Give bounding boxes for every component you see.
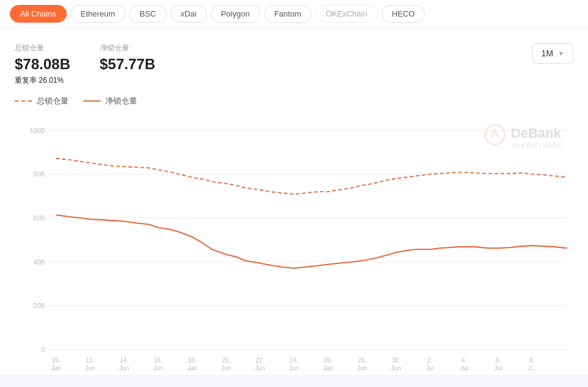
svg-text:Jul: Jul: [494, 365, 502, 372]
svg-text:6.: 6.: [496, 356, 500, 363]
svg-text:30.: 30.: [392, 356, 401, 363]
net-tvl-block: 净锁仓量 $57.77B: [100, 43, 156, 73]
main-content: 总锁仓量 $78.08B 重复率 26.01% 净锁仓量 $57.77B 1M …: [0, 28, 588, 375]
svg-text:40B: 40B: [33, 258, 45, 266]
tab-heco[interactable]: HECO: [382, 5, 426, 23]
legend-total-label: 总锁仓量: [37, 96, 69, 107]
svg-text:J...: J...: [528, 365, 536, 372]
tab-polygon[interactable]: Polygon: [211, 5, 260, 23]
time-dropdown[interactable]: 1M ▼: [532, 43, 573, 64]
total-tvl-block: 总锁仓量 $78.08B 重复率 26.01%: [15, 43, 70, 86]
chain-tabs-bar: All Chains Ethereum BSC xDai Polygon Fan…: [0, 0, 588, 28]
svg-text:60B: 60B: [33, 214, 45, 222]
chevron-down-icon: ▼: [558, 50, 564, 57]
svg-text:26.: 26.: [324, 356, 333, 363]
debank-logo-icon: [484, 124, 506, 150]
net-tvl-label: 净锁仓量: [100, 43, 156, 53]
svg-text:20B: 20B: [33, 302, 45, 309]
svg-text:18.: 18.: [188, 356, 197, 363]
net-tvl-value: $57.77B: [100, 56, 156, 73]
svg-text:16.: 16.: [154, 356, 162, 363]
legend-net-label: 净锁仓量: [105, 96, 137, 107]
svg-text:22.: 22.: [256, 356, 265, 363]
watermark-sub: Your DeFi Wallet: [511, 141, 561, 149]
tab-okexchain[interactable]: OKExChain: [315, 5, 378, 23]
svg-text:Jun: Jun: [323, 365, 333, 372]
svg-text:Jun: Jun: [255, 365, 265, 372]
svg-text:Jun: Jun: [85, 365, 95, 372]
svg-text:100B: 100B: [29, 127, 45, 134]
svg-text:24.: 24.: [290, 356, 298, 363]
svg-text:28.: 28.: [358, 356, 366, 363]
svg-text:Jun: Jun: [357, 365, 367, 372]
chart-svg: 100B 80B 60B 40B 20B 0 10. Jun 12. Jun 1…: [15, 111, 573, 375]
legend-dashed-line: [15, 100, 32, 102]
legend-net: 净锁仓量: [83, 96, 137, 107]
svg-text:Jun: Jun: [51, 365, 61, 372]
svg-text:4.: 4.: [461, 356, 466, 363]
svg-text:80B: 80B: [33, 170, 45, 178]
svg-text:Jul: Jul: [460, 365, 468, 372]
svg-text:2.: 2.: [428, 356, 432, 363]
tab-all-chains[interactable]: All Chains: [10, 5, 67, 23]
svg-text:Jun: Jun: [153, 365, 163, 372]
svg-text:Jun: Jun: [221, 365, 231, 372]
svg-text:10.: 10.: [52, 356, 61, 363]
stats-row: 总锁仓量 $78.08B 重复率 26.01% 净锁仓量 $57.77B 1M …: [15, 43, 573, 86]
repeat-rate: 重复率 26.01%: [15, 75, 70, 86]
svg-text:Jul: Jul: [426, 365, 434, 372]
tab-ethereum[interactable]: Ethereum: [70, 5, 126, 23]
legend-total: 总锁仓量: [15, 96, 69, 107]
tab-xdai[interactable]: xDai: [170, 5, 207, 23]
watermark: DeBank Your DeFi Wallet: [484, 124, 561, 150]
svg-text:20.: 20.: [222, 356, 230, 363]
tab-fantom[interactable]: Fantom: [264, 5, 312, 23]
svg-text:0: 0: [41, 346, 45, 353]
legend-solid-line: [83, 100, 100, 102]
time-selector[interactable]: 1M ▼: [532, 43, 573, 64]
svg-point-0: [485, 125, 505, 145]
total-tvl-value: $78.08B: [15, 56, 70, 73]
watermark-text: DeBank Your DeFi Wallet: [511, 126, 561, 149]
chart-area: DeBank Your DeFi Wallet 100B 80B 60B 40B…: [15, 111, 573, 375]
legend-row: 总锁仓量 净锁仓量: [15, 96, 573, 107]
total-tvl-label: 总锁仓量: [15, 43, 70, 53]
time-selected-label: 1M: [541, 48, 553, 58]
tab-bsc[interactable]: BSC: [129, 5, 167, 23]
svg-text:Jun: Jun: [391, 365, 401, 372]
svg-text:8.: 8.: [529, 356, 534, 363]
svg-text:12.: 12.: [86, 356, 94, 363]
watermark-brand: DeBank: [511, 126, 561, 141]
svg-text:14.: 14.: [120, 356, 129, 363]
svg-text:Jun: Jun: [187, 365, 197, 372]
stats-left: 总锁仓量 $78.08B 重复率 26.01% 净锁仓量 $57.77B: [15, 43, 156, 86]
svg-text:Jun: Jun: [289, 365, 299, 372]
svg-text:Jun: Jun: [119, 365, 129, 372]
